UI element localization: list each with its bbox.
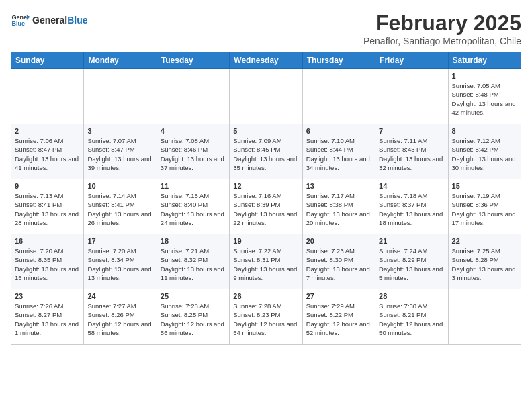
- day-number: 2: [15, 127, 80, 135]
- day-number: 6: [306, 127, 371, 135]
- calendar-cell: 3Sunrise: 7:07 AM Sunset: 8:47 PM Daylig…: [84, 124, 157, 179]
- day-info: Sunrise: 7:24 AM Sunset: 8:29 PM Dayligh…: [379, 246, 444, 282]
- day-info: Sunrise: 7:05 AM Sunset: 8:48 PM Dayligh…: [452, 81, 517, 117]
- day-info: Sunrise: 7:15 AM Sunset: 8:40 PM Dayligh…: [161, 191, 226, 227]
- calendar-cell: 11Sunrise: 7:15 AM Sunset: 8:40 PM Dayli…: [157, 179, 229, 234]
- day-number: 5: [233, 127, 298, 135]
- day-number: 15: [452, 182, 517, 190]
- day-number: 21: [379, 237, 444, 245]
- calendar-cell: 13Sunrise: 7:17 AM Sunset: 8:38 PM Dayli…: [302, 179, 375, 234]
- title-block: February 2025 Penaflor, Santiago Metropo…: [363, 11, 521, 46]
- day-info: Sunrise: 7:30 AM Sunset: 8:21 PM Dayligh…: [379, 302, 444, 337]
- calendar-cell: 19Sunrise: 7:22 AM Sunset: 8:31 PM Dayli…: [230, 234, 302, 289]
- day-number: 27: [306, 292, 371, 300]
- weekday-header: Sunday: [11, 52, 84, 69]
- svg-text:Blue: Blue: [11, 20, 25, 27]
- day-info: Sunrise: 7:21 AM Sunset: 8:32 PM Dayligh…: [161, 246, 226, 282]
- day-number: 9: [15, 182, 80, 190]
- day-number: 24: [87, 292, 152, 300]
- calendar-cell: 9Sunrise: 7:13 AM Sunset: 8:41 PM Daylig…: [11, 179, 84, 234]
- calendar-cell: 26Sunrise: 7:28 AM Sunset: 8:23 PM Dayli…: [230, 289, 302, 345]
- weekday-header: Monday: [84, 52, 157, 69]
- day-number: 22: [452, 237, 517, 245]
- weekday-header-row: SundayMondayTuesdayWednesdayThursdayFrid…: [11, 52, 521, 69]
- day-number: 7: [379, 127, 444, 135]
- calendar-cell: 18Sunrise: 7:21 AM Sunset: 8:32 PM Dayli…: [157, 234, 229, 289]
- day-info: Sunrise: 7:10 AM Sunset: 8:44 PM Dayligh…: [306, 136, 371, 172]
- day-number: 26: [233, 292, 298, 300]
- day-number: 19: [233, 237, 298, 245]
- day-info: Sunrise: 7:23 AM Sunset: 8:30 PM Dayligh…: [306, 246, 371, 282]
- week-row: 2Sunrise: 7:06 AM Sunset: 8:47 PM Daylig…: [11, 124, 521, 179]
- logo-text: GeneralBlue: [32, 15, 87, 26]
- calendar-cell: 4Sunrise: 7:08 AM Sunset: 8:46 PM Daylig…: [157, 124, 229, 179]
- day-number: 3: [87, 127, 152, 135]
- day-info: Sunrise: 7:28 AM Sunset: 8:23 PM Dayligh…: [233, 302, 298, 337]
- calendar-cell: 12Sunrise: 7:16 AM Sunset: 8:39 PM Dayli…: [230, 179, 302, 234]
- weekday-header: Saturday: [448, 52, 521, 69]
- day-number: 25: [161, 292, 226, 300]
- day-info: Sunrise: 7:14 AM Sunset: 8:41 PM Dayligh…: [87, 191, 152, 227]
- day-info: Sunrise: 7:09 AM Sunset: 8:45 PM Dayligh…: [233, 136, 298, 172]
- calendar-cell: [302, 69, 375, 124]
- day-info: Sunrise: 7:08 AM Sunset: 8:46 PM Dayligh…: [161, 136, 226, 172]
- calendar-cell: 17Sunrise: 7:20 AM Sunset: 8:34 PM Dayli…: [84, 234, 157, 289]
- calendar-cell: 23Sunrise: 7:26 AM Sunset: 8:27 PM Dayli…: [11, 289, 84, 345]
- calendar-cell: 27Sunrise: 7:29 AM Sunset: 8:22 PM Dayli…: [302, 289, 375, 345]
- weekday-header: Wednesday: [230, 52, 302, 69]
- day-number: 28: [379, 292, 444, 300]
- calendar-cell: 25Sunrise: 7:28 AM Sunset: 8:25 PM Dayli…: [157, 289, 229, 345]
- day-info: Sunrise: 7:16 AM Sunset: 8:39 PM Dayligh…: [233, 191, 298, 227]
- logo-icon: General Blue: [11, 11, 30, 30]
- day-number: 10: [87, 182, 152, 190]
- page-header: General Blue GeneralBlue February 2025 P…: [11, 11, 521, 46]
- calendar-cell: 22Sunrise: 7:25 AM Sunset: 8:28 PM Dayli…: [448, 234, 521, 289]
- calendar-cell: 16Sunrise: 7:20 AM Sunset: 8:35 PM Dayli…: [11, 234, 84, 289]
- day-info: Sunrise: 7:20 AM Sunset: 8:35 PM Dayligh…: [15, 246, 80, 282]
- day-number: 12: [233, 182, 298, 190]
- day-info: Sunrise: 7:29 AM Sunset: 8:22 PM Dayligh…: [306, 302, 371, 337]
- day-info: Sunrise: 7:28 AM Sunset: 8:25 PM Dayligh…: [161, 302, 226, 337]
- week-row: 1Sunrise: 7:05 AM Sunset: 8:48 PM Daylig…: [11, 69, 521, 124]
- calendar-cell: [230, 69, 302, 124]
- calendar-cell: 20Sunrise: 7:23 AM Sunset: 8:30 PM Dayli…: [302, 234, 375, 289]
- calendar-cell: 5Sunrise: 7:09 AM Sunset: 8:45 PM Daylig…: [230, 124, 302, 179]
- calendar-table: SundayMondayTuesdayWednesdayThursdayFrid…: [11, 52, 521, 345]
- day-number: 1: [452, 72, 517, 80]
- calendar-cell: 28Sunrise: 7:30 AM Sunset: 8:21 PM Dayli…: [375, 289, 448, 345]
- day-info: Sunrise: 7:06 AM Sunset: 8:47 PM Dayligh…: [15, 136, 80, 172]
- day-info: Sunrise: 7:13 AM Sunset: 8:41 PM Dayligh…: [15, 191, 80, 227]
- day-info: Sunrise: 7:20 AM Sunset: 8:34 PM Dayligh…: [87, 246, 152, 282]
- calendar-cell: [157, 69, 229, 124]
- calendar-cell: 15Sunrise: 7:19 AM Sunset: 8:36 PM Dayli…: [448, 179, 521, 234]
- day-number: 13: [306, 182, 371, 190]
- calendar-cell: [84, 69, 157, 124]
- month-year-title: February 2025: [363, 11, 521, 36]
- calendar-cell: 2Sunrise: 7:06 AM Sunset: 8:47 PM Daylig…: [11, 124, 84, 179]
- weekday-header: Friday: [375, 52, 448, 69]
- day-number: 17: [87, 237, 152, 245]
- calendar-cell: 1Sunrise: 7:05 AM Sunset: 8:48 PM Daylig…: [448, 69, 521, 124]
- day-number: 23: [15, 292, 80, 300]
- calendar-cell: [11, 69, 84, 124]
- week-row: 9Sunrise: 7:13 AM Sunset: 8:41 PM Daylig…: [11, 179, 521, 234]
- day-info: Sunrise: 7:22 AM Sunset: 8:31 PM Dayligh…: [233, 246, 298, 282]
- day-number: 8: [452, 127, 517, 135]
- day-info: Sunrise: 7:17 AM Sunset: 8:38 PM Dayligh…: [306, 191, 371, 227]
- week-row: 16Sunrise: 7:20 AM Sunset: 8:35 PM Dayli…: [11, 234, 521, 289]
- day-info: Sunrise: 7:18 AM Sunset: 8:37 PM Dayligh…: [379, 191, 444, 227]
- day-info: Sunrise: 7:27 AM Sunset: 8:26 PM Dayligh…: [87, 302, 152, 337]
- day-info: Sunrise: 7:19 AM Sunset: 8:36 PM Dayligh…: [452, 191, 517, 227]
- day-info: Sunrise: 7:26 AM Sunset: 8:27 PM Dayligh…: [15, 302, 80, 337]
- day-number: 16: [15, 237, 80, 245]
- calendar-cell: 8Sunrise: 7:12 AM Sunset: 8:42 PM Daylig…: [448, 124, 521, 179]
- calendar-cell: 7Sunrise: 7:11 AM Sunset: 8:43 PM Daylig…: [375, 124, 448, 179]
- weekday-header: Thursday: [302, 52, 375, 69]
- logo: General Blue GeneralBlue: [11, 11, 87, 30]
- day-number: 11: [161, 182, 226, 190]
- day-info: Sunrise: 7:12 AM Sunset: 8:42 PM Dayligh…: [452, 136, 517, 172]
- weekday-header: Tuesday: [157, 52, 229, 69]
- calendar-cell: 14Sunrise: 7:18 AM Sunset: 8:37 PM Dayli…: [375, 179, 448, 234]
- week-row: 23Sunrise: 7:26 AM Sunset: 8:27 PM Dayli…: [11, 289, 521, 345]
- day-number: 14: [379, 182, 444, 190]
